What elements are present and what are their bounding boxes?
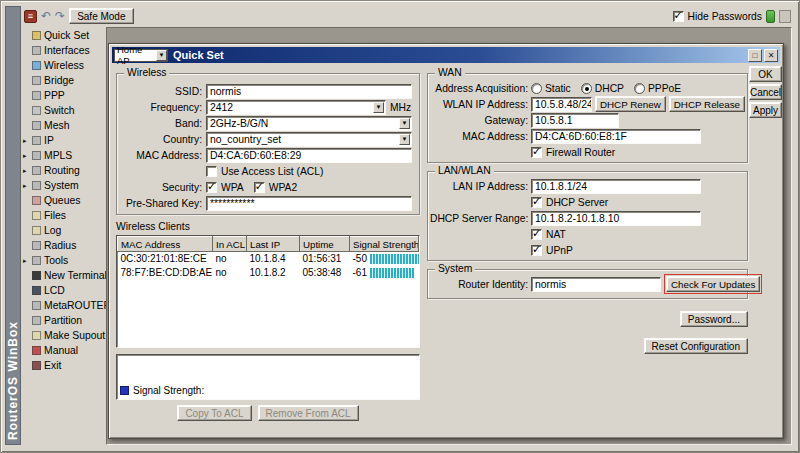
checkbox-box[interactable] (206, 182, 217, 193)
maximize-button[interactable]: □ (748, 49, 762, 62)
radius-icon (32, 241, 41, 250)
radio-button[interactable] (634, 83, 645, 94)
dhcp-radio[interactable]: DHCP (581, 83, 624, 94)
sidebar-item-exit[interactable]: ▸Exit (22, 358, 106, 373)
pppoe-radio[interactable]: PPPoE (634, 83, 681, 94)
sidebar-item-system[interactable]: ▸System (22, 178, 106, 193)
firewall-router-checkbox[interactable]: Firewall Router (531, 147, 615, 158)
pre-shared-key-input[interactable] (206, 196, 412, 211)
nat-checkbox[interactable]: NAT (531, 229, 566, 240)
sidebar-item-mesh[interactable]: ▸Mesh (22, 118, 106, 133)
sidebar-item-mpls[interactable]: ▸MPLS (22, 148, 106, 163)
sidebar-item-label: Tools (44, 255, 68, 266)
corner-box-icon (779, 10, 791, 23)
sidebar-item-routing[interactable]: ▸Routing (22, 163, 106, 178)
sidebar-item-files[interactable]: ▸Files (22, 208, 106, 223)
chevron-down-icon[interactable]: ▼ (399, 134, 410, 145)
client-row[interactable]: 78:F7:BE:CD:DB:AE no 10.1.8.2 05:38:48 -… (118, 266, 419, 280)
checkbox-box[interactable] (531, 147, 542, 158)
dialog-title: Quick Set (173, 49, 224, 61)
use-acl-checkbox[interactable]: Use Access List (ACL) (206, 166, 323, 177)
sidebar-item-wireless[interactable]: ▸Wireless (22, 58, 106, 73)
firewall-router-label: Firewall Router (546, 147, 615, 158)
column-header-last-ip[interactable]: Last IP (247, 237, 300, 252)
checkbox-box[interactable] (531, 229, 542, 240)
hide-passwords-checkbox[interactable] (673, 11, 684, 22)
wireless-mac-input[interactable] (206, 148, 412, 163)
band-select[interactable]: 2GHz-B/G/N ▼ (206, 116, 412, 131)
sidebar-item-new-terminal[interactable]: ▸New Terminal (22, 268, 106, 283)
sidebar-item-ppp[interactable]: ▸PPP (22, 88, 106, 103)
radio-button[interactable] (531, 83, 542, 94)
checkbox-box[interactable] (206, 166, 217, 177)
close-button[interactable]: ✕ (764, 49, 778, 62)
wan-mac-input[interactable] (531, 129, 701, 144)
checkbox-box[interactable] (531, 197, 542, 208)
copy-to-acl-button[interactable]: Copy To ACL (177, 405, 251, 421)
upnp-checkbox[interactable]: UPnP (531, 245, 573, 256)
sidebar-item-manual[interactable]: ▸Manual (22, 343, 106, 358)
sidebar-item-metarouter[interactable]: ▸MetaROUTER (22, 298, 106, 313)
ok-button[interactable]: OK (749, 66, 782, 82)
system-group-label: System (435, 263, 475, 275)
checkbox-box[interactable] (254, 182, 265, 193)
safe-mode-button[interactable]: Safe Mode (69, 8, 133, 24)
undo-arrow-icon[interactable]: ↶ (41, 10, 51, 22)
redo-arrow-icon[interactable]: ↷ (55, 10, 65, 22)
dhcp-release-button[interactable]: DHCP Release (669, 96, 745, 112)
chevron-down-icon[interactable]: ▼ (156, 50, 167, 61)
quick-set-icon (32, 31, 41, 40)
hide-passwords-label: Hide Passwords (688, 11, 762, 22)
column-header-signal[interactable]: Signal Strength (350, 237, 419, 252)
wireless-group-label: Wireless (124, 67, 169, 79)
column-header-mac[interactable]: MAC Address (118, 237, 213, 252)
dhcp-server-checkbox[interactable]: DHCP Server (531, 197, 608, 208)
sidebar-item-tools[interactable]: ▸Tools (22, 253, 106, 268)
radio-button[interactable] (581, 83, 592, 94)
column-header-in-acl[interactable]: In ACL (213, 237, 247, 252)
sidebar-item-interfaces[interactable]: ▸Interfaces (22, 43, 106, 58)
dhcp-range-input[interactable] (531, 211, 701, 226)
sidebar-item-queues[interactable]: ▸Queues (22, 193, 106, 208)
lan-ip-input[interactable] (531, 179, 701, 194)
sidebar-item-switch[interactable]: ▸Switch (22, 103, 106, 118)
sidebar-item-partition[interactable]: ▸Partition (22, 313, 106, 328)
sidebar-item-quick-set[interactable]: ▸Quick Set (22, 28, 106, 43)
frequency-label: Frequency: (122, 102, 202, 113)
chevron-down-icon[interactable]: ▼ (373, 102, 384, 113)
wpa2-label: WPA2 (269, 182, 297, 193)
static-label: Static (545, 83, 571, 94)
menu-icon[interactable]: ≡ (24, 10, 37, 23)
static-radio[interactable]: Static (531, 83, 571, 94)
wireless-clients-table[interactable]: MAC Address In ACL Last IP Uptime Signal… (116, 235, 420, 348)
cancel-button[interactable]: Cancel (749, 84, 782, 100)
client-in-acl: no (213, 266, 247, 280)
quick-set-dialog: Home AP ▼ Quick Set □ ✕ Wireless SSID: F… (108, 43, 784, 439)
client-row[interactable]: 0C:30:21:01:8E:CE no 10.1.8.4 01:56:31 -… (118, 252, 419, 266)
dialog-titlebar[interactable]: Home AP ▼ Quick Set □ ✕ (112, 47, 780, 63)
apply-button[interactable]: Apply (749, 102, 782, 118)
wpa-checkbox[interactable]: WPA (206, 182, 244, 193)
sidebar-item-lcd[interactable]: ▸LCD (22, 283, 106, 298)
password-button[interactable]: Password... (680, 311, 748, 327)
checkbox-box[interactable] (531, 245, 542, 256)
chevron-down-icon[interactable]: ▼ (399, 118, 410, 129)
dhcp-renew-button[interactable]: DHCP Renew (595, 96, 666, 112)
preset-select[interactable]: Home AP ▼ (114, 49, 168, 62)
sidebar-item-ip[interactable]: ▸IP (22, 133, 106, 148)
column-header-uptime[interactable]: Uptime (300, 237, 350, 252)
remove-from-acl-button[interactable]: Remove From ACL (258, 405, 359, 421)
ssid-input[interactable] (206, 84, 412, 99)
sidebar-item-bridge[interactable]: ▸Bridge (22, 73, 106, 88)
frequency-select[interactable]: 2412 ▼ (206, 100, 386, 115)
check-for-updates-button[interactable]: Check For Updates (666, 276, 760, 292)
router-identity-input[interactable] (531, 277, 661, 292)
ppp-icon (32, 91, 41, 100)
sidebar-item-log[interactable]: ▸Log (22, 223, 106, 238)
reset-configuration-button[interactable]: Reset Configuration (644, 338, 748, 354)
sidebar-item-radius[interactable]: ▸Radius (22, 238, 106, 253)
country-select[interactable]: no_country_set ▼ (206, 132, 412, 147)
sidebar-item-make-supout[interactable]: ▸Make Supout.rif (22, 328, 106, 343)
wpa2-checkbox[interactable]: WPA2 (254, 182, 297, 193)
files-icon (32, 211, 41, 220)
